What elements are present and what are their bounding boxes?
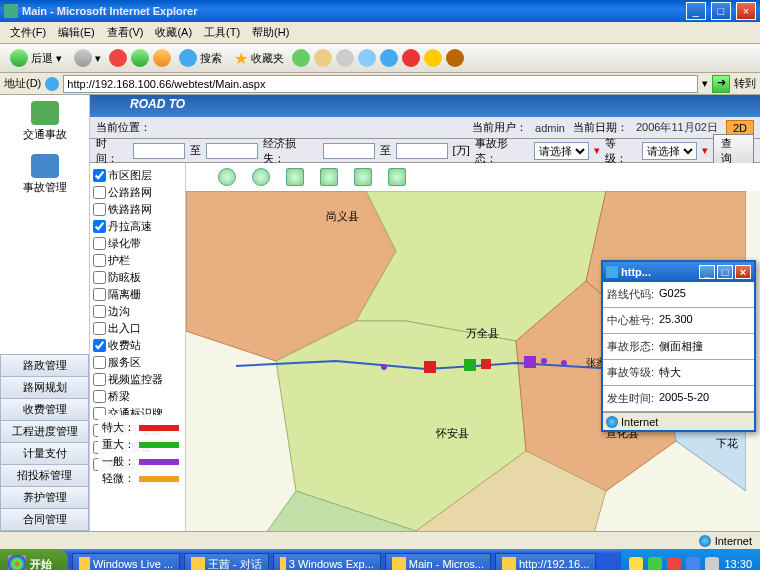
nav-menu-item[interactable]: 工程进度管理: [0, 420, 89, 442]
region-label: 尚义县: [326, 209, 359, 224]
tray-icon[interactable]: [705, 557, 719, 570]
menu-view[interactable]: 查看(V): [101, 23, 150, 42]
position-label: 当前位置：: [96, 120, 151, 135]
maximize-button[interactable]: □: [711, 2, 731, 20]
accident-form-select[interactable]: 请选择: [534, 142, 589, 160]
nav-traffic-accident[interactable]: 交通事故: [0, 95, 89, 148]
stop-icon[interactable]: [109, 49, 127, 67]
address-label: 地址(D): [4, 76, 41, 91]
svg-rect-0: [424, 361, 436, 373]
close-button[interactable]: ×: [736, 2, 756, 20]
layer-checkbox-10[interactable]: 收费站: [93, 337, 182, 354]
layer-checkbox-2[interactable]: 铁路路网: [93, 201, 182, 218]
nav-menu-item[interactable]: 养护管理: [0, 486, 89, 508]
tray-icon[interactable]: [667, 557, 681, 570]
address-bar: 地址(D) ▾ ➜ 转到: [0, 73, 760, 95]
layer-checkbox-0[interactable]: 市区图层: [93, 167, 182, 184]
window-titlebar: Main - Microsoft Internet Explorer _ □ ×: [0, 0, 760, 22]
time-from-input[interactable]: [133, 143, 185, 159]
popup-status: Internet: [621, 416, 658, 428]
back-button[interactable]: 后退 ▾: [6, 47, 66, 69]
menu-edit[interactable]: 编辑(E): [52, 23, 101, 42]
go-button[interactable]: ➜: [712, 75, 730, 93]
refresh-icon[interactable]: [131, 49, 149, 67]
nav-menu-item[interactable]: 招投标管理: [0, 464, 89, 486]
layer-panel: 市区图层公路路网铁路路网丹拉高速绿化带护栏防眩板隔离栅边沟出入口收费站服务区视频…: [90, 163, 186, 531]
svg-rect-3: [524, 356, 536, 368]
nav-accident-mgmt[interactable]: 事故管理: [0, 148, 89, 201]
level-select[interactable]: 请选择: [642, 142, 697, 160]
search-button[interactable]: 搜索: [175, 47, 226, 69]
page-icon: [45, 77, 59, 91]
layer-checkbox-1[interactable]: 公路路网: [93, 184, 182, 201]
layer-checkbox-5[interactable]: 护栏: [93, 252, 182, 269]
layer-checkbox-7[interactable]: 隔离栅: [93, 286, 182, 303]
popup-minimize-button[interactable]: _: [699, 265, 715, 279]
menu-fav[interactable]: 收藏(A): [149, 23, 198, 42]
print-icon[interactable]: [336, 49, 354, 67]
tray-icon[interactable]: [686, 557, 700, 570]
taskbar-item[interactable]: 3 Windows Exp...: [273, 553, 381, 570]
internet-zone-icon: [606, 416, 618, 428]
menu-tools[interactable]: 工具(T): [198, 23, 246, 42]
history-icon[interactable]: [292, 49, 310, 67]
taskbar-item[interactable]: 王茜 - 对话: [184, 553, 269, 570]
qq-icon[interactable]: [424, 49, 442, 67]
taskbar-item[interactable]: Main - Micros...: [385, 553, 491, 570]
popup-maximize-button[interactable]: □: [717, 265, 733, 279]
taskbar-item[interactable]: http://192.16...: [495, 553, 596, 570]
clock[interactable]: 13:30: [724, 558, 752, 570]
select-icon[interactable]: [320, 168, 338, 186]
region-label: 下花: [716, 436, 738, 451]
url-input[interactable]: [63, 75, 698, 93]
region-label: 怀安县: [436, 426, 469, 441]
go-label[interactable]: 转到: [734, 76, 756, 91]
mail-icon[interactable]: [314, 49, 332, 67]
menu-help[interactable]: 帮助(H): [246, 23, 295, 42]
minimize-button[interactable]: _: [686, 2, 706, 20]
zoom-in-icon[interactable]: [218, 168, 236, 186]
edit-icon[interactable]: [358, 49, 376, 67]
ie-status-bar: Internet: [0, 531, 760, 549]
layer-checkbox-13[interactable]: 桥梁: [93, 388, 182, 405]
layer-checkbox-4[interactable]: 绿化带: [93, 235, 182, 252]
start-button[interactable]: 开始: [0, 549, 68, 570]
brand-logo: ROAD TO: [130, 97, 185, 111]
nav-menu-item[interactable]: 路网规划: [0, 376, 89, 398]
msn-icon[interactable]: [380, 49, 398, 67]
taskbar-item[interactable]: Windows Live ...: [72, 553, 180, 570]
layer-checkbox-12[interactable]: 视频监控器: [93, 371, 182, 388]
layer-checkbox-3[interactable]: 丹拉高速: [93, 218, 182, 235]
zoom-out-icon[interactable]: [252, 168, 270, 186]
pan-icon[interactable]: [286, 168, 304, 186]
measure-icon[interactable]: [388, 168, 406, 186]
maxthon-icon[interactable]: [402, 49, 420, 67]
nav-menu-item[interactable]: 路政管理: [0, 354, 89, 376]
time-to-input[interactable]: [206, 143, 258, 159]
nav-menu-item[interactable]: 合同管理: [0, 508, 89, 531]
tray-icon[interactable]: [648, 557, 662, 570]
popup-title: http...: [621, 266, 651, 278]
layer-checkbox-11[interactable]: 服务区: [93, 354, 182, 371]
loss-to-input[interactable]: [396, 143, 448, 159]
favorites-button[interactable]: ★收藏夹: [230, 47, 288, 70]
home-icon[interactable]: [153, 49, 171, 67]
left-navigation: 交通事故 事故管理 路政管理路网规划收费管理工程进度管理计量支付招投标管理养护管…: [0, 95, 90, 531]
menu-file[interactable]: 文件(F): [4, 23, 52, 42]
system-tray[interactable]: 13:30: [621, 549, 760, 570]
layer-checkbox-9[interactable]: 出入口: [93, 320, 182, 337]
forward-button[interactable]: ▾: [70, 47, 105, 69]
current-user: admin: [535, 122, 565, 134]
fullextent-icon[interactable]: [354, 168, 372, 186]
accident-detail-popup: http... _ □ × 路线代码:G025中心桩号:25.300事故形态:侧…: [601, 260, 756, 432]
popup-close-button[interactable]: ×: [735, 265, 751, 279]
nav-menu-item[interactable]: 计量支付: [0, 442, 89, 464]
ie-toolbar: 后退 ▾ ▾ 搜索 ★收藏夹: [0, 44, 760, 73]
window-title: Main - Microsoft Internet Explorer: [22, 5, 684, 17]
layer-checkbox-6[interactable]: 防眩板: [93, 269, 182, 286]
nav-menu-item[interactable]: 收费管理: [0, 398, 89, 420]
loss-from-input[interactable]: [323, 143, 375, 159]
layer-checkbox-8[interactable]: 边沟: [93, 303, 182, 320]
tool-icon[interactable]: [446, 49, 464, 67]
tray-icon[interactable]: [629, 557, 643, 570]
